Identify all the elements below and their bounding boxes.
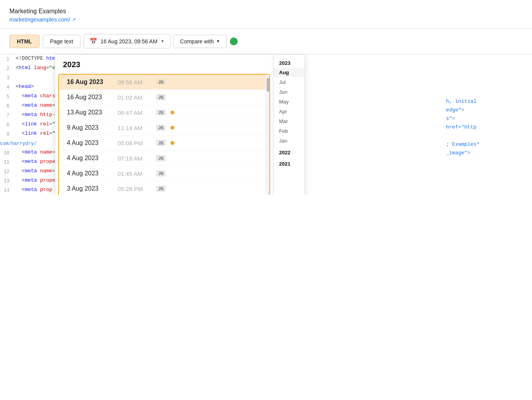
date-row-5[interactable]: 4 Aug 2023 05:08 PM JS	[59, 136, 265, 151]
month-panel-year-2023: 2023	[274, 59, 305, 68]
orange-dot-indicator	[170, 111, 174, 114]
time-cell: 11:14 AM	[118, 125, 153, 131]
chevron-down-icon: ▼	[161, 39, 165, 43]
date-cell: 4 Aug 2023	[67, 170, 118, 177]
external-link-icon: ↗	[72, 17, 76, 22]
date-cell: 16 Aug 2023	[67, 94, 118, 101]
month-feb[interactable]: Feb	[274, 126, 305, 136]
time-cell: 09:56 AM	[118, 79, 153, 86]
month-panel: 2023 Aug Jul Jun May Apr Mar Feb Jan 202…	[274, 54, 305, 195]
date-row-2[interactable]: 16 Aug 2023 01:02 AM JS	[59, 90, 265, 105]
site-name: Marketing Examples	[9, 8, 523, 15]
time-cell: 05:28 PM	[118, 186, 153, 192]
date-cell: 4 Aug 2023	[67, 155, 118, 162]
date-cell: 9 Aug 2023	[67, 124, 118, 131]
main-content: 1 <!DOCTYPE htm 2 <html lang="e 3 4 <hea…	[0, 54, 532, 195]
js-tag: JS	[156, 94, 166, 100]
month-apr[interactable]: Apr	[274, 107, 305, 116]
date-row-3[interactable]: 13 Aug 2023 09:47 AM JS	[59, 105, 265, 120]
orange-dot-indicator	[170, 141, 174, 145]
scrollbar[interactable]	[265, 75, 269, 195]
js-tag: JS	[156, 140, 166, 146]
page-header: Marketing Examples marketingexamples.com…	[0, 0, 532, 29]
month-panel-year-2021: 2021	[274, 159, 305, 168]
date-dropdown[interactable]: 2023 16 Aug 2023 09:56 AM JS 16 Aug 2023…	[55, 54, 274, 195]
time-cell: 09:47 AM	[118, 109, 153, 116]
chevron-down-icon-2: ▼	[216, 39, 220, 43]
tab-pagetext[interactable]: Page text	[43, 35, 81, 48]
js-tag: JS	[156, 155, 166, 161]
date-cell: 13 Aug 2023	[67, 109, 118, 116]
date-dropdown-overlay: 2023 16 Aug 2023 09:56 AM JS 16 Aug 2023…	[55, 54, 305, 195]
calendar-icon: 📅	[90, 38, 97, 45]
date-cell: 3 Aug 2023	[67, 185, 118, 192]
time-cell: 01:45 AM	[118, 170, 153, 177]
compare-label: Compare with	[180, 38, 214, 45]
month-jan[interactable]: Jan	[274, 136, 305, 146]
js-tag: JS	[156, 186, 166, 192]
month-jun[interactable]: Jun	[274, 87, 305, 97]
scrollbar-thumb	[267, 78, 269, 92]
compare-with-button[interactable]: Compare with ▼	[174, 35, 227, 48]
date-row-7[interactable]: 4 Aug 2023 01:45 AM JS	[59, 166, 265, 181]
status-indicator	[230, 38, 238, 45]
month-panel-year-2022: 2022	[274, 148, 305, 157]
month-mar[interactable]: Mar	[274, 116, 305, 126]
js-tag: JS	[156, 125, 166, 131]
dropdown-list: 16 Aug 2023 09:56 AM JS 16 Aug 2023 01:0…	[59, 75, 265, 195]
date-label: 16 Aug 2023, 09:56 AM	[100, 38, 158, 45]
js-tag: JS	[156, 170, 166, 177]
toolbar: HTML Page text 📅 16 Aug 2023, 09:56 AM ▼…	[0, 29, 532, 54]
date-cell: 4 Aug 2023	[67, 139, 118, 146]
site-url[interactable]: marketingexamples.com/ ↗	[9, 16, 523, 23]
month-may[interactable]: May	[274, 97, 305, 107]
month-aug[interactable]: Aug	[274, 68, 305, 77]
date-cell: 16 Aug 2023	[67, 79, 118, 86]
date-row-1[interactable]: 16 Aug 2023 09:56 AM JS	[59, 75, 265, 90]
date-selector-button[interactable]: 📅 16 Aug 2023, 09:56 AM ▼	[84, 34, 170, 48]
js-tag: JS	[156, 79, 166, 85]
tab-html[interactable]: HTML	[9, 35, 39, 48]
month-jul[interactable]: Jul	[274, 77, 305, 87]
time-cell: 07:19 AM	[118, 155, 153, 162]
date-row-6[interactable]: 4 Aug 2023 07:19 AM JS	[59, 151, 265, 166]
dropdown-year-header: 2023	[55, 55, 273, 72]
time-cell: 01:02 AM	[118, 94, 153, 101]
date-row-8[interactable]: 3 Aug 2023 05:28 PM JS	[59, 181, 265, 195]
time-cell: 05:08 PM	[118, 140, 153, 146]
date-row-4[interactable]: 9 Aug 2023 11:14 AM JS	[59, 120, 265, 136]
js-tag: JS	[156, 109, 166, 116]
orange-dot-indicator	[170, 126, 174, 130]
